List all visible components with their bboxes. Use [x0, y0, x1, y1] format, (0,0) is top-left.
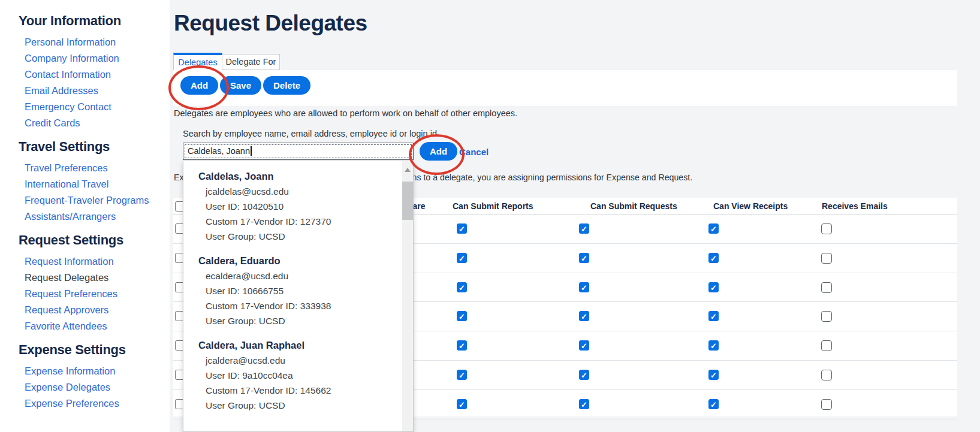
dropdown-scrollbar[interactable]: [402, 161, 413, 431]
search-input-value: Caldelas, Joann: [188, 146, 250, 156]
sidebar-item-international-travel[interactable]: International Travel: [25, 179, 170, 189]
scrollbar-thumb[interactable]: [402, 182, 413, 220]
receives-emails-checkbox[interactable]: [821, 223, 832, 234]
can-view-receipts-checkbox[interactable]: [708, 282, 719, 292]
column-header-receives-emails: Receives Emails: [822, 201, 888, 211]
sidebar-item-request-approvers[interactable]: Request Approvers: [25, 304, 170, 315]
employee-result[interactable]: Caldera, Juan Raphael jcaldera@ucsd.edu …: [183, 338, 413, 413]
sidebar-heading-your-information: Your Information: [19, 12, 170, 30]
receives-emails-checkbox[interactable]: [821, 399, 832, 410]
can-submit-reports-checkbox[interactable]: [457, 223, 467, 234]
can-submit-requests-checkbox[interactable]: [579, 370, 589, 380]
employee-email: ecaldera@ucsd.edu: [206, 268, 413, 283]
settings-sidebar: Your Information Personal Information Co…: [0, 0, 170, 432]
can-submit-reports-checkbox[interactable]: [457, 340, 467, 351]
employee-user-group: User Group: UCSD: [206, 313, 413, 328]
sidebar-heading-travel-settings: Travel Settings: [19, 138, 170, 156]
employee-result[interactable]: Caldelas, Joann jcaldelas@ucsd.edu User …: [183, 169, 413, 244]
search-results-list: Caldelas, Joann jcaldelas@ucsd.edu User …: [183, 161, 413, 413]
sidebar-item-company-information[interactable]: Company Information: [25, 53, 170, 64]
tab-delegates[interactable]: Delegates: [173, 53, 222, 70]
can-view-receipts-checkbox[interactable]: [708, 223, 719, 234]
sidebar-item-expense-preferences[interactable]: Expense Preferences: [25, 398, 170, 409]
sidebar-item-favorite-attendees[interactable]: Favorite Attendees: [25, 321, 170, 331]
can-submit-reports-checkbox[interactable]: [457, 311, 467, 321]
employee-user-id: User ID: 9a10cc04ea: [206, 368, 413, 383]
employee-email: jcaldera@ucsd.edu: [206, 353, 413, 368]
sidebar-item-travel-preferences[interactable]: Travel Preferences: [25, 162, 170, 173]
tab-delegate-for[interactable]: Delegate For: [222, 54, 280, 70]
search-label: Search by employee name, email address, …: [183, 129, 437, 138]
sidebar-item-emergency-contact[interactable]: Emergency Contact: [25, 101, 170, 112]
sidebar-item-credit-cards[interactable]: Credit Cards: [25, 117, 170, 128]
column-header-can-view-receipts: Can View Receipts: [713, 201, 788, 211]
receives-emails-checkbox[interactable]: [821, 253, 832, 264]
can-submit-reports-checkbox[interactable]: [457, 399, 467, 409]
can-view-receipts-checkbox[interactable]: [708, 311, 719, 321]
sidebar-item-email-addresses[interactable]: Email Addresses: [25, 85, 170, 96]
employee-user-id: User ID: 10666755: [206, 283, 413, 298]
employee-user-group: User Group: UCSD: [206, 398, 413, 413]
can-view-receipts-checkbox[interactable]: [708, 253, 719, 263]
scroll-up-icon[interactable]: [405, 168, 411, 172]
delegates-description: Delegates are employees who are allowed …: [174, 108, 517, 118]
employee-name: Caldera, Eduardo: [198, 253, 413, 268]
confirm-add-button[interactable]: Add: [420, 142, 457, 161]
column-header-can-submit-requests: Can Submit Requests: [590, 201, 677, 211]
column-header-can-submit-reports: Can Submit Reports: [453, 201, 533, 211]
can-view-receipts-checkbox[interactable]: [708, 399, 719, 409]
employee-result[interactable]: Caldera, Eduardo ecaldera@ucsd.edu User …: [183, 253, 413, 328]
sidebar-nav: Your Information Personal Information Co…: [0, 0, 170, 421]
search-results-dropdown: Caldelas, Joann jcaldelas@ucsd.edu User …: [183, 161, 414, 432]
sidebar-item-request-delegates[interactable]: Request Delegates: [25, 272, 170, 283]
sidebar-item-request-information[interactable]: Request Information: [25, 256, 170, 267]
can-submit-requests-checkbox[interactable]: [579, 399, 589, 409]
employee-user-group: User Group: UCSD: [206, 229, 413, 244]
can-submit-requests-checkbox[interactable]: [579, 223, 589, 234]
save-button[interactable]: Save: [220, 76, 261, 95]
can-view-receipts-checkbox[interactable]: [708, 370, 719, 380]
receives-emails-checkbox[interactable]: [821, 370, 832, 380]
search-input[interactable]: Caldelas, Joann: [183, 143, 414, 160]
receives-emails-checkbox[interactable]: [821, 311, 832, 322]
can-submit-requests-checkbox[interactable]: [579, 282, 589, 292]
employee-email: jcaldelas@ucsd.edu: [206, 184, 413, 199]
employee-name: Caldera, Juan Raphael: [198, 338, 413, 353]
add-button[interactable]: Add: [180, 76, 218, 95]
can-submit-requests-checkbox[interactable]: [579, 253, 589, 263]
delete-button[interactable]: Delete: [263, 76, 310, 95]
employee-vendor-id: Custom 17-Vendor ID: 145662: [206, 383, 413, 398]
employee-vendor-id: Custom 17-Vendor ID: 127370: [206, 214, 413, 229]
text-cursor: [251, 146, 252, 156]
employee-name: Caldelas, Joann: [198, 169, 413, 184]
sidebar-item-request-preferences[interactable]: Request Preferences: [25, 288, 170, 299]
sidebar-item-expense-information[interactable]: Expense Information: [25, 365, 170, 376]
sidebar-item-frequent-traveler-programs[interactable]: Frequent-Traveler Programs: [25, 195, 170, 206]
employee-vendor-id: Custom 17-Vendor ID: 333938: [206, 298, 413, 313]
sidebar-item-contact-information[interactable]: Contact Information: [25, 69, 170, 80]
can-submit-requests-checkbox[interactable]: [579, 311, 589, 321]
sidebar-item-assistants-arrangers[interactable]: Assistants/Arrangers: [25, 211, 170, 222]
receives-emails-checkbox[interactable]: [821, 340, 832, 351]
can-submit-reports-checkbox[interactable]: [457, 253, 467, 263]
cancel-link[interactable]: Cancel: [459, 147, 489, 157]
can-submit-reports-checkbox[interactable]: [457, 282, 467, 292]
can-view-receipts-checkbox[interactable]: [708, 340, 719, 351]
sidebar-heading-expense-settings: Expense Settings: [19, 341, 170, 359]
sidebar-item-personal-information[interactable]: Personal Information: [25, 37, 170, 47]
sidebar-heading-request-settings: Request Settings: [19, 231, 170, 249]
can-submit-reports-checkbox[interactable]: [457, 370, 467, 380]
can-submit-requests-checkbox[interactable]: [579, 340, 589, 351]
page-title: Request Delegates: [174, 11, 367, 36]
receives-emails-checkbox[interactable]: [821, 282, 832, 293]
sidebar-item-expense-delegates[interactable]: Expense Delegates: [25, 382, 170, 392]
employee-user-id: User ID: 10420510: [206, 199, 413, 214]
